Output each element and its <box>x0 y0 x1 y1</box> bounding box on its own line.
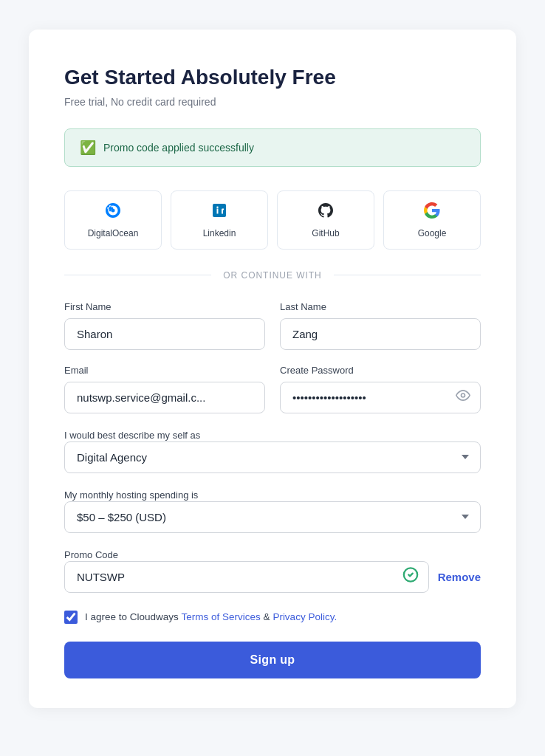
email-input[interactable] <box>64 382 265 413</box>
remove-promo-button[interactable]: Remove <box>438 571 481 583</box>
password-label: Create Password <box>280 365 481 376</box>
email-group: Email <box>64 365 265 413</box>
svg-point-0 <box>112 208 115 212</box>
spending-select[interactable]: $50 – $250 (USD) $250 – $500 (USD) $500 … <box>64 501 481 533</box>
last-name-label: Last Name <box>280 301 481 312</box>
page-subtitle: Free trial, No credit card required <box>64 96 481 108</box>
github-button[interactable]: GitHub <box>277 190 374 250</box>
divider-line-left <box>64 275 211 275</box>
spending-select-wrapper: $50 – $250 (USD) $250 – $500 (USD) $500 … <box>64 501 481 533</box>
google-label: Google <box>418 228 447 238</box>
terms-link[interactable]: Terms of Services <box>182 611 261 622</box>
first-name-group: First Name <box>64 301 265 350</box>
promo-check-icon <box>402 567 419 587</box>
password-group: Create Password <box>280 365 481 413</box>
password-wrapper <box>280 382 481 413</box>
describe-select-wrapper: Digital Agency Freelancer eCommerce Othe… <box>64 441 481 473</box>
linkedin-label: Linkedin <box>203 228 236 238</box>
divider: OR CONTINUE WITH <box>64 270 481 281</box>
email-password-row: Email Create Password <box>64 365 481 413</box>
google-button[interactable]: Google <box>383 190 481 250</box>
first-name-label: First Name <box>64 301 265 312</box>
signup-button[interactable]: Sign up <box>64 642 481 678</box>
eye-icon[interactable] <box>456 388 470 407</box>
svg-point-1 <box>462 394 465 397</box>
name-row: First Name Last Name <box>64 301 481 350</box>
agreement-text: I agree to Cloudways Terms of Services &… <box>85 611 337 622</box>
last-name-input[interactable] <box>280 318 481 350</box>
github-icon <box>317 202 335 222</box>
agreement-row: I agree to Cloudways Terms of Services &… <box>64 611 481 624</box>
first-name-input[interactable] <box>64 318 265 350</box>
digitalocean-button[interactable]: DigitalOcean <box>64 190 162 250</box>
last-name-group: Last Name <box>280 301 481 350</box>
email-label: Email <box>64 365 265 376</box>
describe-select[interactable]: Digital Agency Freelancer eCommerce Othe… <box>64 441 481 473</box>
promo-label: Promo Code <box>64 549 118 560</box>
password-input[interactable] <box>280 382 481 413</box>
github-label: GitHub <box>312 228 339 238</box>
page-title: Get Started Absolutely Free <box>64 65 481 90</box>
promo-success-banner: ✅ Promo code applied successfully <box>64 128 481 167</box>
promo-input-wrapper <box>64 561 429 593</box>
promo-success-icon: ✅ <box>80 140 96 156</box>
promo-section: Promo Code Remove <box>64 548 481 593</box>
divider-line-right <box>334 275 481 275</box>
digitalocean-label: DigitalOcean <box>88 228 139 238</box>
promo-input[interactable] <box>64 561 429 593</box>
divider-text: OR CONTINUE WITH <box>223 270 321 281</box>
spending-section: My monthly hosting spending is $50 – $25… <box>64 488 481 533</box>
describe-section: I would best describe my self as Digital… <box>64 428 481 473</box>
signup-form-container: Get Started Absolutely Free Free trial, … <box>29 30 516 708</box>
terms-checkbox[interactable] <box>64 611 78 624</box>
social-buttons-row: DigitalOcean Linkedin GitHub Google <box>64 190 481 250</box>
promo-banner-text: Promo code applied successfully <box>103 142 254 154</box>
linkedin-button[interactable]: Linkedin <box>171 190 268 250</box>
spending-label: My monthly hosting spending is <box>64 489 198 501</box>
describe-label: I would best describe my self as <box>64 430 200 441</box>
linkedin-icon <box>210 202 228 222</box>
google-icon <box>423 202 441 222</box>
privacy-link[interactable]: Privacy Policy. <box>272 611 337 622</box>
promo-row: Remove <box>64 561 481 593</box>
digitalocean-icon <box>104 202 122 222</box>
